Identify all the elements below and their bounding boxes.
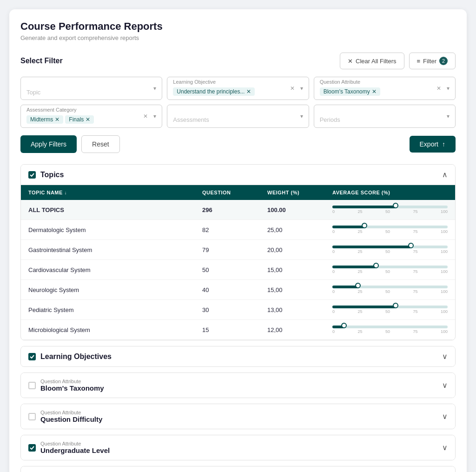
learning-objectives-section: Learning Objectives ∨ <box>20 346 456 367</box>
clear-x-icon: ✕ <box>348 58 353 65</box>
question-attribute-select[interactable]: Question Attribute Bloom's Taxonomy ✕ ✕ … <box>314 77 456 100</box>
lo-header-left: Learning Objectives <box>28 352 112 361</box>
sub-collapse-icon[interactable]: ∨ <box>442 412 448 421</box>
sub-checkbox-empty[interactable] <box>28 382 36 389</box>
bar-labels: 0 25 50 75 100 <box>332 309 448 314</box>
td-name: Gastrointestinal System <box>21 240 195 259</box>
td-question: 79 <box>195 240 260 259</box>
bar-container: 0 25 50 75 100 <box>332 326 448 334</box>
topics-collapse-icon[interactable]: ∧ <box>442 170 448 179</box>
sub-label-big: Bloom's Taxonomy <box>40 384 104 392</box>
periods-arrow-icon: ▾ <box>447 113 450 120</box>
lo-section-title: Learning Objectives <box>40 352 112 361</box>
finals-tag-remove[interactable]: ✕ <box>86 116 90 123</box>
bar-fill <box>332 286 358 288</box>
bar-dot <box>362 223 367 228</box>
bar-labels: 0 25 50 75 100 <box>332 269 448 274</box>
sub-section-block: Question Attribute Departments ∨ <box>20 466 456 472</box>
table-row: Microbiological System 15 12,00 0 25 50 … <box>21 320 455 340</box>
learning-objective-clear-icon[interactable]: ✕ <box>290 85 295 92</box>
sub-section-header: Question Attribute Bloom's Taxonomy ∨ <box>21 373 455 398</box>
question-attribute-tag: Bloom's Taxonomy ✕ <box>320 87 380 96</box>
td-name: Dermatologic System <box>21 220 195 239</box>
bar-container: 0 25 50 75 100 <box>332 226 448 234</box>
bar-labels: 0 25 50 75 100 <box>332 209 448 214</box>
lo-checkbox[interactable] <box>28 353 36 360</box>
sub-collapse-icon[interactable]: ∨ <box>442 381 448 390</box>
learning-objective-tag-remove[interactable]: ✕ <box>246 88 251 95</box>
assessments-select[interactable]: Assessments ▾ <box>167 105 309 128</box>
sub-section-block: Question Attribute Undergraduate Level ∨ <box>20 435 456 460</box>
sub-collapse-icon[interactable]: ∨ <box>442 443 448 452</box>
midterms-tag-remove[interactable]: ✕ <box>55 116 60 123</box>
sub-header-left: Question Attribute Question Difficulty <box>28 410 102 423</box>
td-score: 0 25 50 75 100 <box>325 280 455 299</box>
learning-objective-tag-value: Understand the principles... <box>177 88 245 95</box>
bar-dot <box>393 303 398 308</box>
assessment-tag-finals: Finals ✕ <box>65 115 94 124</box>
apply-filters-button[interactable]: Apply Filters <box>20 135 77 153</box>
header-buttons: ✕ Clear All Filters ≡ Filter 2 <box>340 53 456 69</box>
sub-section-block: Question Attribute Question Difficulty ∨ <box>20 404 456 429</box>
table-row: ALL TOPICS 296 100.00 0 25 50 75 100 <box>21 200 455 220</box>
bar-dot <box>341 323 347 328</box>
filter-icon: ≡ <box>417 58 421 65</box>
topics-table-body: ALL TOPICS 296 100.00 0 25 50 75 100 Der… <box>21 200 455 340</box>
bar-track <box>332 246 448 248</box>
topics-checkmark-icon <box>30 173 34 177</box>
periods-inner: Periods <box>320 110 443 123</box>
left-actions: Apply Filters Reset <box>20 135 120 153</box>
reset-button[interactable]: Reset <box>81 135 120 153</box>
sub-checkbox[interactable] <box>28 444 36 452</box>
filter-section-header: Select Filter ✕ Clear All Filters ≡ Filt… <box>20 53 456 69</box>
topics-table-header: TOPIC NAME ↓ QUESTION WEIGHT (%) AVERAGE… <box>21 185 455 200</box>
assessment-category-select[interactable]: Assessment Category Midterms ✕ Finals ✕ … <box>20 105 162 128</box>
table-row: Cardiovascular System 50 15,00 0 25 50 7… <box>21 260 455 280</box>
filter-row-1: Topic ▾ Learning Objective Understand th… <box>20 77 456 100</box>
topic-arrow-icon: ▾ <box>153 85 156 92</box>
filter-rows: Topic ▾ Learning Objective Understand th… <box>20 77 456 128</box>
lo-collapse-icon[interactable]: ∨ <box>442 352 448 361</box>
bar-dot <box>355 283 361 288</box>
export-button[interactable]: Export ↑ <box>410 136 456 153</box>
sub-checkbox-empty[interactable] <box>28 413 36 420</box>
learning-objective-label: Learning Objective <box>173 79 216 85</box>
bar-track <box>332 326 448 328</box>
assessment-category-clear-icon[interactable]: ✕ <box>143 113 148 120</box>
td-weight: 13,00 <box>260 300 325 319</box>
bar-labels: 0 25 50 75 100 <box>332 289 448 294</box>
question-attribute-tag-remove[interactable]: ✕ <box>372 88 377 95</box>
clear-all-filters-button[interactable]: ✕ Clear All Filters <box>340 53 404 69</box>
td-weight: 20,00 <box>260 240 325 259</box>
td-question: 82 <box>195 220 260 239</box>
bar-track <box>332 286 448 288</box>
sub-section-block: Question Attribute Bloom's Taxonomy ∨ <box>20 372 456 398</box>
sub-section-header: Question Attribute Undergraduate Level ∨ <box>21 435 455 460</box>
bar-fill <box>332 306 396 308</box>
topics-header-left: Topics <box>28 171 64 179</box>
bar-container: 0 25 50 75 100 <box>332 206 448 214</box>
question-attribute-arrow-icon: ▾ <box>447 85 450 92</box>
bar-container: 0 25 50 75 100 <box>332 286 448 294</box>
table-row: Neurologic System 40 15,00 0 25 50 75 10… <box>21 280 455 300</box>
td-score: 0 25 50 75 100 <box>325 320 455 339</box>
assessments-inner: Assessments <box>173 110 296 123</box>
bar-fill <box>332 206 396 208</box>
td-score: 0 25 50 75 100 <box>325 220 455 239</box>
sub-header-left: Question Attribute Bloom's Taxonomy <box>28 379 104 392</box>
td-score: 0 25 50 75 100 <box>325 240 455 259</box>
learning-objective-select[interactable]: Learning Objective Understand the princi… <box>167 77 309 100</box>
topic-inner: Topic <box>26 81 150 96</box>
td-score: 0 25 50 75 100 <box>325 300 455 319</box>
td-name: ALL TOPICS <box>21 200 195 219</box>
assessment-tag-midterms: Midterms ✕ <box>26 115 63 124</box>
topics-table-container: TOPIC NAME ↓ QUESTION WEIGHT (%) AVERAGE… <box>21 185 455 340</box>
question-attribute-clear-icon[interactable]: ✕ <box>436 85 441 92</box>
filter-row-2: Assessment Category Midterms ✕ Finals ✕ … <box>20 105 456 128</box>
topics-checkbox[interactable] <box>28 171 36 179</box>
sub-label-small: Question Attribute <box>40 410 102 415</box>
th-weight: WEIGHT (%) <box>260 185 325 200</box>
filter-button[interactable]: ≡ Filter 2 <box>409 53 456 69</box>
topic-select[interactable]: Topic ▾ <box>20 77 162 100</box>
periods-select[interactable]: Periods ▾ <box>314 105 456 128</box>
